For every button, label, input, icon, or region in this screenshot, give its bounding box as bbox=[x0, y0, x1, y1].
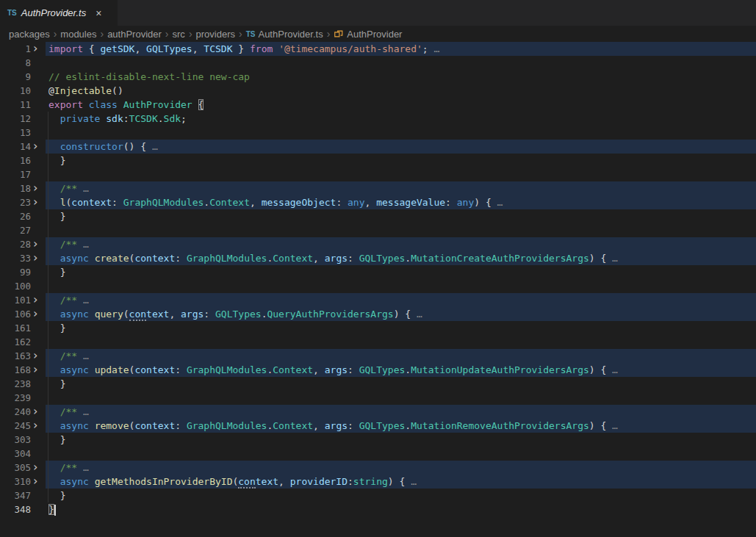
line-number: 239 bbox=[14, 391, 31, 405]
code-text[interactable]: import { getSDK, GQLTypes, TCSDK } from … bbox=[46, 42, 756, 56]
folded-ellipsis[interactable]: … bbox=[405, 476, 417, 487]
code-token: , bbox=[250, 197, 262, 208]
fold-chevron-icon[interactable]: › bbox=[33, 237, 37, 251]
close-icon[interactable]: × bbox=[93, 7, 104, 19]
breadcrumb-item-packages[interactable]: packages bbox=[9, 29, 50, 40]
breadcrumb-item-providers[interactable]: providers bbox=[196, 29, 235, 40]
code-token: context bbox=[134, 253, 175, 264]
fold-chevron-icon[interactable]: › bbox=[33, 293, 37, 306]
code-text[interactable]: } bbox=[46, 489, 756, 502]
line-number: 168 bbox=[14, 363, 31, 377]
folded-ellipsis[interactable]: … bbox=[428, 43, 440, 54]
code-text[interactable] bbox=[46, 447, 756, 461]
folded-ellipsis[interactable]: … bbox=[606, 420, 618, 431]
folded-ellipsis[interactable]: … bbox=[146, 141, 158, 152]
code-text[interactable]: } bbox=[46, 265, 756, 279]
breadcrumb-separator: › bbox=[327, 29, 331, 38]
code-text[interactable] bbox=[46, 126, 756, 140]
folded-ellipsis[interactable]: … bbox=[77, 406, 89, 417]
code-text[interactable]: /** … bbox=[46, 181, 756, 195]
code-text[interactable]: private sdk:TCSDK.Sdk; bbox=[46, 112, 756, 126]
code-text[interactable]: /** … bbox=[46, 349, 756, 363]
folded-ellipsis[interactable]: … bbox=[606, 364, 618, 375]
code-text[interactable] bbox=[46, 223, 756, 237]
fold-chevron-icon[interactable]: › bbox=[33, 195, 37, 209]
fold-chevron-icon[interactable]: › bbox=[33, 181, 37, 195]
code-text[interactable]: l(context: GraphQLModules.Context, messa… bbox=[46, 195, 756, 209]
fold-chevron-icon[interactable]: › bbox=[33, 140, 37, 153]
fold-chevron-icon[interactable]: › bbox=[33, 349, 37, 362]
code-token bbox=[48, 113, 60, 124]
code-text[interactable]: constructor() { … bbox=[46, 140, 756, 154]
code-token: ) { bbox=[388, 476, 405, 487]
code-token: ) { bbox=[589, 253, 606, 264]
folded-ellipsis[interactable]: … bbox=[411, 309, 422, 320]
breadcrumb-item-authprovider[interactable]: authProvider bbox=[107, 29, 162, 40]
code-text[interactable]: @Injectable() bbox=[46, 84, 756, 98]
code-text[interactable]: async update(context: GraphQLModules.Con… bbox=[46, 363, 756, 377]
code-text[interactable]: async getMethodsInProviderByID(context, … bbox=[46, 475, 756, 489]
folded-ellipsis[interactable]: … bbox=[606, 253, 618, 264]
code-token: } bbox=[48, 490, 65, 501]
folded-ellipsis[interactable]: … bbox=[77, 295, 89, 306]
fold-chevron-icon[interactable]: › bbox=[33, 419, 37, 432]
code-line-100: 100 bbox=[0, 279, 756, 293]
code-text[interactable]: } bbox=[46, 154, 756, 167]
line-number: 100 bbox=[14, 279, 31, 293]
code-token: . bbox=[204, 197, 209, 208]
code-text[interactable]: /** … bbox=[46, 461, 756, 475]
line-number: 162 bbox=[14, 335, 31, 349]
code-token: : bbox=[175, 364, 187, 375]
gutter: 33› bbox=[0, 251, 46, 265]
code-text[interactable]: /** … bbox=[46, 405, 756, 419]
gutter: 303 bbox=[0, 433, 46, 447]
code-line-33: 33› async create(context: GraphQLModules… bbox=[0, 251, 756, 265]
breadcrumb-item-authprovider-ts[interactable]: TSAuthProvider.ts bbox=[246, 29, 323, 40]
code-text[interactable] bbox=[46, 335, 756, 349]
folded-ellipsis[interactable]: … bbox=[77, 462, 89, 473]
fold-chevron-icon[interactable]: › bbox=[33, 251, 37, 264]
line-number: 12 bbox=[20, 112, 31, 126]
code-token: : bbox=[445, 197, 457, 208]
code-token: async bbox=[60, 420, 95, 431]
code-text[interactable]: } bbox=[46, 377, 756, 391]
code-line-12: 12 private sdk:TCSDK.Sdk; bbox=[0, 112, 756, 126]
code-text[interactable]: } bbox=[46, 433, 756, 447]
fold-chevron-icon[interactable]: › bbox=[33, 42, 37, 55]
code-token: con bbox=[238, 476, 255, 489]
code-text[interactable]: async query(context, args: GQLTypes.Quer… bbox=[46, 307, 756, 321]
code-text[interactable]: // eslint-disable-next-line new-cap bbox=[46, 70, 756, 84]
code-text[interactable] bbox=[46, 279, 756, 293]
fold-chevron-icon[interactable]: › bbox=[33, 363, 37, 376]
fold-chevron-icon[interactable]: › bbox=[33, 475, 37, 488]
breadcrumb-label: AuthProvider bbox=[347, 29, 402, 40]
fold-chevron-icon[interactable]: › bbox=[33, 405, 37, 418]
fold-chevron-icon[interactable]: › bbox=[33, 307, 37, 320]
folded-ellipsis[interactable]: … bbox=[77, 183, 89, 194]
gutter: 304 bbox=[0, 447, 46, 461]
folded-ellipsis[interactable]: … bbox=[77, 350, 89, 361]
code-text[interactable]: /** … bbox=[46, 293, 756, 307]
code-text[interactable]: } bbox=[46, 321, 756, 335]
code-text[interactable]: } bbox=[46, 502, 756, 516]
folded-ellipsis[interactable]: … bbox=[492, 197, 503, 208]
code-text[interactable]: /** … bbox=[46, 237, 756, 251]
breadcrumb-item-modules[interactable]: modules bbox=[60, 29, 96, 40]
gutter: 161 bbox=[0, 321, 46, 335]
gutter: 348 bbox=[0, 502, 46, 516]
code-text[interactable]: } bbox=[46, 209, 756, 223]
code-token bbox=[48, 364, 60, 375]
code-token: import bbox=[48, 43, 89, 54]
fold-chevron-icon[interactable]: › bbox=[33, 461, 37, 474]
code-text[interactable]: export class AuthProvider { bbox=[46, 98, 756, 112]
folded-ellipsis[interactable]: … bbox=[77, 239, 89, 250]
breadcrumb-item-src[interactable]: src bbox=[173, 29, 185, 40]
code-text[interactable]: async remove(context: GraphQLModules.Con… bbox=[46, 419, 756, 433]
code-text[interactable] bbox=[46, 56, 756, 70]
code-text[interactable] bbox=[46, 167, 756, 181]
tab-title: AuthProvider.ts bbox=[21, 7, 86, 18]
code-text[interactable]: async create(context: GraphQLModules.Con… bbox=[46, 251, 756, 265]
code-text[interactable] bbox=[46, 391, 756, 405]
breadcrumb-item-authprovider[interactable]: AuthProvider bbox=[334, 29, 402, 40]
tab-authprovider[interactable]: TS AuthProvider.ts × bbox=[0, 0, 118, 26]
